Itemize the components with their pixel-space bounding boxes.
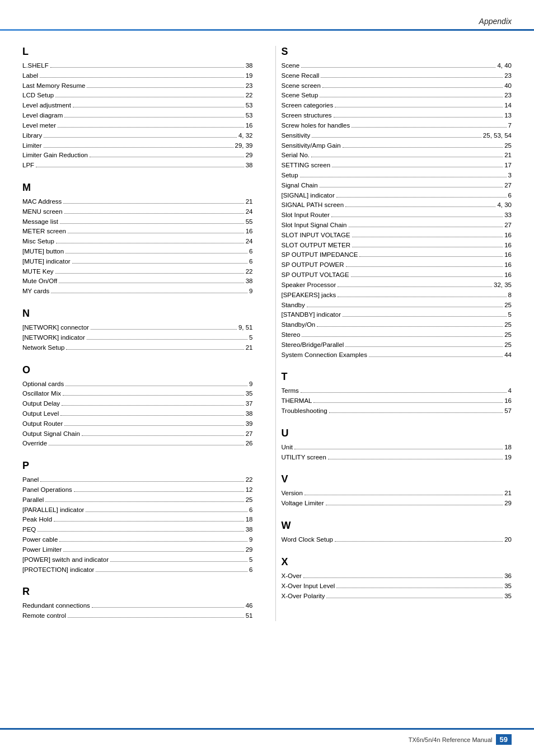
section-letter-r: R — [22, 586, 253, 598]
index-entry: [SPEAKERS] jacks8 — [282, 290, 512, 300]
entry-label: SETTING screen — [282, 161, 331, 171]
entry-dots — [301, 392, 507, 393]
entry-dots — [302, 336, 503, 337]
entry-page: 9 — [249, 287, 252, 297]
page-footer: TX6n/5n/4n Reference Manual 59 — [0, 728, 534, 745]
entry-dots — [322, 87, 503, 88]
entry-dots — [334, 117, 503, 118]
entry-label: [PARALLEL] indicator — [22, 505, 84, 515]
entry-label: Output Signal Chain — [22, 429, 80, 439]
index-entry: Panel Operations12 — [22, 485, 253, 495]
entry-dots — [301, 67, 495, 68]
page: Appendix LL.SHELF38Label19Last Memory Re… — [0, 0, 534, 756]
entry-label: METER screen — [22, 227, 66, 237]
entry-page: 35 — [504, 581, 512, 591]
index-entry: Misc Setup24 — [22, 237, 253, 247]
index-entry: Stereo/Bridge/Parallel25 — [282, 340, 512, 350]
entry-label: Sensitivity — [282, 131, 311, 141]
index-entry: Network Setup21 — [22, 343, 253, 353]
section-letter-p: P — [22, 460, 253, 472]
entry-page: 17 — [504, 161, 512, 171]
index-entry: X-Over Input Level35 — [282, 581, 512, 591]
entry-dots — [321, 77, 503, 78]
index-entry: Scene Recall23 — [282, 71, 512, 81]
index-entry: Output Level38 — [22, 409, 253, 419]
entry-label: [MUTE] indicator — [22, 257, 71, 267]
entry-label: MAC Address — [22, 197, 62, 207]
entry-page: 25 — [504, 320, 512, 330]
entry-label: Standby/On — [282, 320, 316, 330]
entry-label: SLOT OUTPUT METER — [282, 241, 351, 251]
index-entry: Setup3 — [282, 171, 512, 181]
entry-dots — [320, 187, 503, 187]
index-entry: Serial No.21 — [282, 151, 512, 161]
entry-label: Scene — [282, 61, 300, 71]
entry-page: 25 — [246, 495, 253, 505]
entry-page: 24 — [246, 207, 253, 217]
index-entry: [POWER] switch and indicator5 — [22, 555, 253, 565]
index-entry: SETTING screen17 — [282, 161, 512, 171]
entry-label: X-Over Input Level — [282, 581, 335, 591]
entry-page: 38 — [246, 276, 253, 287]
index-entry: Scene screen40 — [282, 81, 512, 91]
entry-dots — [64, 425, 243, 426]
entry-page: 13 — [504, 111, 512, 121]
entry-page: 27 — [504, 220, 512, 231]
index-entry: Word Clock Setup20 — [282, 535, 512, 545]
entry-dots — [65, 253, 247, 253]
entry-dots — [90, 157, 244, 157]
index-entry: UTILITY screen19 — [282, 453, 512, 463]
entry-dots — [343, 147, 503, 148]
entry-page: 38 — [246, 409, 253, 419]
index-entry: Slot Input Router33 — [282, 210, 512, 220]
appendix-title: Appendix — [479, 17, 512, 26]
entry-dots — [51, 293, 247, 293]
entry-page: 9 — [249, 535, 252, 545]
entry-label: Level diagram — [22, 111, 63, 121]
index-entry: X-Over36 — [282, 571, 512, 581]
entry-label: Oscillator Mix — [22, 389, 61, 399]
entry-dots — [313, 402, 503, 403]
entry-dots — [332, 167, 503, 167]
entry-label: [MUTE] button — [22, 247, 64, 257]
index-entry: Library4, 32 — [22, 131, 253, 141]
entry-label: Limiter — [22, 141, 42, 151]
entry-label: SLOT INPUT VOLTAGE — [282, 231, 350, 241]
index-entry: Screen structures13 — [282, 111, 512, 121]
entry-label: [STANDBY] indicator — [282, 310, 341, 320]
entry-page: 38 — [246, 525, 253, 535]
entry-page: 33 — [504, 210, 512, 220]
entry-dots — [329, 412, 503, 413]
entry-page: 9 — [249, 379, 252, 389]
index-entry: Power cable9 — [22, 535, 253, 545]
entry-label: Version — [282, 489, 303, 499]
section-letter-l: L — [22, 46, 253, 58]
entry-dots — [346, 266, 503, 267]
index-entry: Sensitivity/Amp Gain25 — [282, 141, 512, 151]
entry-page: 18 — [504, 443, 512, 453]
index-entry: Level meter16 — [22, 121, 253, 131]
entry-dots — [55, 97, 243, 97]
entry-page: 16 — [504, 231, 512, 241]
entry-dots — [72, 263, 247, 264]
entry-page: 21 — [246, 197, 253, 207]
entry-dots — [328, 459, 503, 459]
entry-label: UTILITY screen — [282, 453, 326, 463]
entry-dots — [58, 127, 244, 128]
index-entry: Speaker Processor32, 35 — [282, 280, 512, 290]
entry-label: Override — [22, 439, 47, 449]
entry-dots — [44, 137, 237, 138]
index-entry: Remote control51 — [22, 611, 253, 621]
entry-page: 5 — [249, 333, 252, 343]
entry-page: 4, 40 — [497, 61, 512, 71]
index-entry: SP OUTPUT VOLTAGE16 — [282, 270, 512, 280]
entry-dots — [68, 233, 244, 233]
entry-page: 24 — [246, 237, 253, 247]
entry-dots — [87, 87, 243, 88]
index-entry: System Connection Examples44 — [282, 350, 512, 360]
entry-dots — [96, 571, 247, 572]
entry-label: Parallel — [22, 495, 44, 505]
index-entry: THERMAL16 — [282, 396, 512, 406]
entry-label: [NETWORK] connector — [22, 323, 89, 333]
entry-page: 18 — [246, 515, 253, 525]
